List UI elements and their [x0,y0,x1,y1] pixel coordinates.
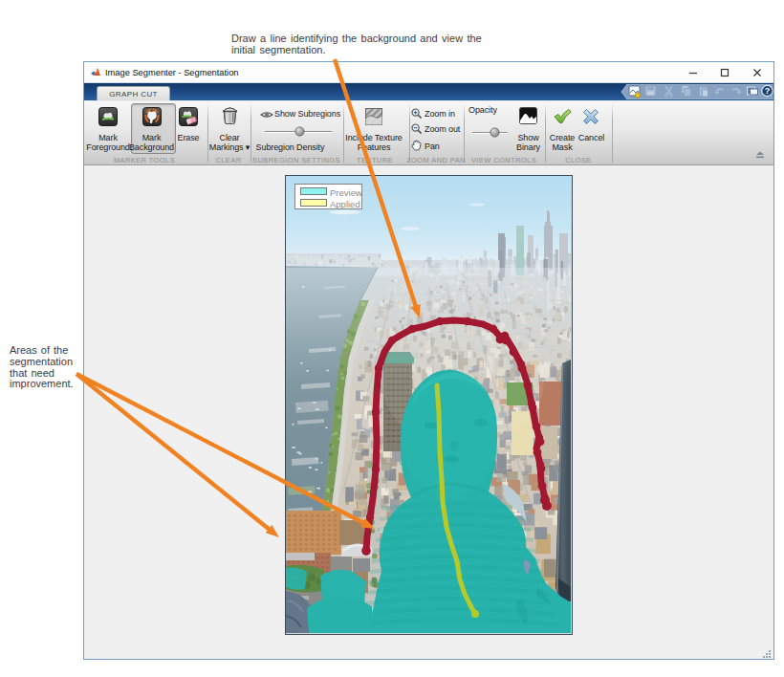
svg-text:?: ? [765,86,771,96]
